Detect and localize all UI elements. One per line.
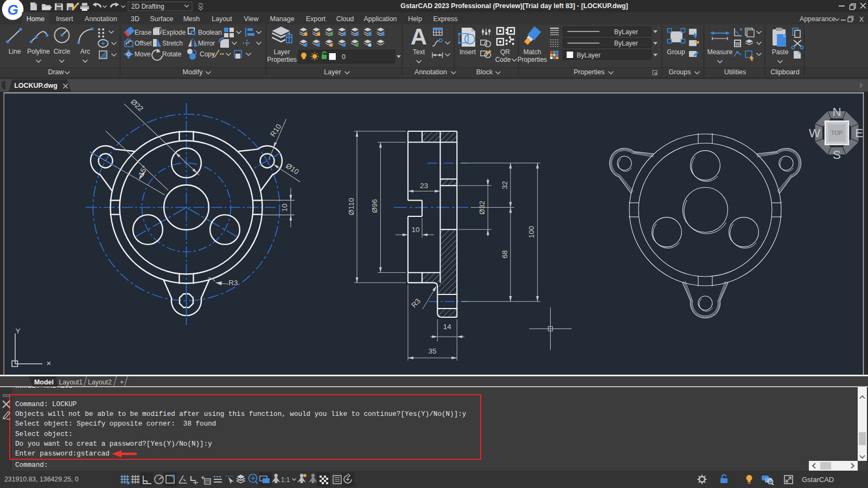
svg-text:TOP: TOP (831, 130, 843, 136)
svg-text:Layer: Layer (324, 68, 341, 76)
svg-text:Application: Application (363, 15, 397, 23)
svg-text:Rotate: Rotate (162, 50, 182, 58)
svg-text:Boolean: Boolean (198, 29, 222, 36)
svg-text:Paste: Paste (772, 48, 789, 56)
svg-text:ByLayer: ByLayer (614, 28, 638, 36)
svg-text:GstarCAD 2023 Professional (Pr: GstarCAD 2023 Professional (Preview)[Tri… (400, 2, 628, 10)
svg-text:Ø96: Ø96 (371, 199, 379, 213)
svg-text:Layout2: Layout2 (88, 378, 112, 386)
svg-text:ByLayer: ByLayer (577, 52, 601, 59)
svg-text:Layer: Layer (273, 48, 290, 56)
svg-text:Explode: Explode (162, 29, 186, 36)
svg-text:3D: 3D (131, 15, 139, 23)
svg-text:Block: Block (476, 68, 493, 76)
svg-text:231910.83, 136429.25, 0: 231910.83, 136429.25, 0 (4, 476, 79, 483)
svg-text:Annotation: Annotation (85, 15, 117, 23)
svg-text:Appearance: Appearance (800, 15, 835, 23)
svg-text:Line: Line (9, 48, 21, 55)
svg-text:0: 0 (342, 53, 346, 61)
svg-text:Group: Group (667, 48, 685, 56)
svg-text:Ø110: Ø110 (347, 198, 355, 215)
svg-text:GstarCAD: GstarCAD (802, 476, 834, 484)
svg-text:ByLayer: ByLayer (614, 40, 638, 47)
svg-text:Properties: Properties (574, 68, 605, 76)
svg-text:Home: Home (27, 15, 44, 23)
svg-text:Properties: Properties (267, 56, 297, 63)
svg-text:Manage: Manage (270, 15, 294, 23)
svg-text:G: G (7, 2, 18, 18)
svg-text:Utilities: Utilities (724, 68, 746, 76)
svg-text:Cloud: Cloud (336, 15, 354, 23)
svg-text:Offset: Offset (135, 40, 152, 47)
svg-text:Draw: Draw (48, 68, 64, 76)
svg-text:Layout: Layout (212, 15, 232, 23)
svg-text:Annotation: Annotation (414, 68, 447, 76)
svg-text:Match: Match (524, 48, 541, 56)
svg-text:Insert: Insert (56, 15, 73, 23)
svg-text:×: × (47, 358, 52, 368)
svg-text:2D Drafting: 2D Drafting (131, 3, 164, 10)
svg-text:68: 68 (501, 250, 509, 258)
svg-text:10: 10 (280, 203, 289, 211)
svg-text:S: S (833, 148, 841, 162)
svg-text:23: 23 (420, 182, 428, 190)
svg-text:Circle: Circle (54, 48, 71, 55)
svg-text:Properties: Properties (518, 56, 547, 63)
svg-text:Y: Y (15, 327, 20, 335)
svg-text:Export: Export (306, 15, 326, 23)
svg-text:14: 14 (443, 323, 452, 331)
svg-text:100: 100 (527, 226, 535, 239)
svg-text:QR: QR (500, 48, 510, 56)
svg-text:35: 35 (428, 347, 436, 355)
svg-text:Modify: Modify (183, 68, 203, 76)
svg-text:View: View (244, 15, 259, 23)
svg-text:W: W (809, 126, 821, 140)
svg-text:Move: Move (135, 50, 151, 58)
svg-text:Mesh: Mesh (183, 15, 200, 23)
svg-text:Layout1: Layout1 (59, 378, 83, 386)
svg-text:10: 10 (411, 226, 419, 234)
svg-text:Model: Model (34, 378, 54, 386)
svg-text:Code: Code (495, 56, 511, 63)
svg-text:Ø32: Ø32 (478, 201, 486, 215)
svg-text:Erase: Erase (135, 29, 152, 36)
svg-text:Clipboard: Clipboard (770, 68, 800, 76)
svg-text:Help: Help (408, 15, 422, 23)
svg-text:E: E (855, 126, 863, 140)
svg-text:Text: Text (413, 48, 425, 56)
svg-text:Stretch: Stretch (162, 40, 183, 47)
svg-text:R3: R3 (228, 279, 238, 287)
svg-text:A: A (411, 24, 427, 49)
svg-text:N: N (832, 105, 841, 119)
svg-text:LOCKUP.dwg: LOCKUP.dwg (14, 82, 58, 89)
svg-text:Surface: Surface (150, 15, 173, 23)
svg-text:Insert: Insert (459, 48, 476, 56)
svg-text:Measure: Measure (707, 48, 733, 56)
svg-text:Arc: Arc (80, 48, 90, 55)
svg-text:1:1: 1:1 (281, 476, 290, 484)
svg-text:32: 32 (501, 181, 509, 189)
svg-text:Groups: Groups (669, 68, 691, 76)
svg-text:Express: Express (433, 15, 457, 23)
svg-text:Polyline: Polyline (27, 48, 50, 55)
svg-text:Mirror: Mirror (198, 40, 215, 47)
svg-text:+: + (120, 378, 124, 386)
svg-text:X: X (859, 16, 864, 23)
